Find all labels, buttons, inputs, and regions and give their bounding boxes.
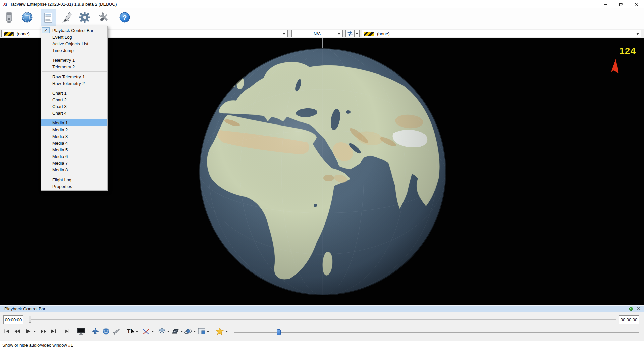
menu-item-label: Playback Control Bar <box>52 28 93 33</box>
menu-item-chart-3[interactable]: Chart 3 <box>41 103 107 110</box>
minimap-chevron-icon[interactable] <box>207 331 209 332</box>
skip-start-button[interactable] <box>3 327 11 336</box>
pin-panel-icon[interactable] <box>629 307 633 311</box>
menu-item-flight-log[interactable]: Flight Log <box>41 176 107 183</box>
menu-item-label: Media 5 <box>52 147 68 152</box>
terrain-menu-button[interactable] <box>171 327 180 336</box>
menu-item-media-1[interactable]: Media 1 <box>41 119 107 126</box>
play-options-chevron-icon[interactable] <box>33 331 36 332</box>
swap-objects-button[interactable] <box>345 30 355 37</box>
menu-item-media-5[interactable]: Media 5 <box>41 146 107 153</box>
menu-item-media-2[interactable]: Media 2 <box>41 126 107 133</box>
menu-check-spacer <box>42 41 50 47</box>
menu-item-media-7[interactable]: Media 7 <box>41 160 107 166</box>
playback-panel-body: 00:00:00 00:00:00 <box>0 312 644 341</box>
menu-item-label: Active Objects List <box>52 41 88 46</box>
aircraft-toggle-button[interactable] <box>91 327 100 336</box>
menu-item-properties[interactable]: Properties <box>41 183 107 190</box>
menu-item-raw-telemetry-1[interactable]: Raw Telemetry 1 <box>41 73 107 80</box>
menu-item-media-6[interactable]: Media 6 <box>41 153 107 160</box>
close-panel-icon[interactable] <box>636 307 641 311</box>
minimize-button[interactable] <box>598 0 613 8</box>
menu-item-chart-2[interactable]: Chart 2 <box>41 96 107 103</box>
labels-menu-button[interactable]: T <box>126 327 135 336</box>
north-arrow-icon <box>610 58 621 75</box>
labels-chevron-icon[interactable] <box>136 331 138 332</box>
step-forward-button[interactable] <box>63 327 71 336</box>
bookmark-button[interactable] <box>215 327 224 336</box>
menu-item-playback-control-bar[interactable]: ✓Playback Control Bar <box>41 27 107 34</box>
skip-end-icon <box>50 328 57 334</box>
earth-globe <box>199 48 447 296</box>
menu-item-label: Raw Telemetry 2 <box>52 81 85 86</box>
orbit-chevron-icon[interactable] <box>193 331 196 332</box>
menu-check-spacer <box>42 97 50 103</box>
menu-item-media-3[interactable]: Media 3 <box>41 133 107 140</box>
layers-menu-button[interactable] <box>158 327 166 336</box>
menu-item-event-log[interactable]: Event Log <box>41 34 107 40</box>
online-button[interactable] <box>19 9 35 26</box>
menu-item-label: Flight Log <box>52 177 71 182</box>
seek-slider-handle[interactable] <box>277 329 281 335</box>
menu-item-telemetry-2[interactable]: Telemetry 2 <box>41 63 107 70</box>
chevron-down-icon <box>283 33 285 35</box>
menu-item-label: Media 7 <box>52 161 68 166</box>
advanced-tools-button[interactable] <box>96 9 112 26</box>
time-slider-handle[interactable] <box>29 316 31 323</box>
flight-recorder-button[interactable] <box>60 9 75 26</box>
swap-options-button[interactable] <box>354 30 360 37</box>
fast-forward-icon <box>40 328 47 334</box>
menu-separator <box>42 118 107 118</box>
vectors-menu-button[interactable] <box>142 327 151 336</box>
monitor-toggle-button[interactable] <box>76 327 85 336</box>
restore-button[interactable] <box>613 0 629 8</box>
menu-item-raw-telemetry-2[interactable]: Raw Telemetry 2 <box>41 80 107 87</box>
menu-check-spacer <box>42 120 50 126</box>
windows-menu-icon <box>42 11 55 24</box>
menu-item-label: Event Log <box>52 35 72 40</box>
orbit-menu-button[interactable] <box>184 327 193 336</box>
menu-item-label: Raw Telemetry 1 <box>52 74 85 79</box>
menu-item-chart-1[interactable]: Chart 1 <box>41 90 107 96</box>
close-button[interactable] <box>629 0 644 8</box>
orbit-icon <box>184 327 193 336</box>
menu-item-telemetry-1[interactable]: Telemetry 1 <box>41 57 107 63</box>
globe-toggle-button[interactable] <box>102 327 110 336</box>
play-button[interactable] <box>23 327 32 336</box>
svg-text:T: T <box>127 328 131 335</box>
star-icon <box>215 327 224 336</box>
aircraft-icon <box>91 327 100 336</box>
minimap-menu-button[interactable] <box>197 327 206 336</box>
menu-item-media-4[interactable]: Media 4 <box>41 140 107 146</box>
telemetry-mode-combo[interactable]: N/A <box>291 30 343 37</box>
menu-item-label: Properties <box>52 184 72 189</box>
import-button[interactable] <box>2 9 17 26</box>
menu-item-label: Telemetry 1 <box>52 58 75 63</box>
help-button[interactable]: ? <box>117 9 132 26</box>
menu-item-active-objects-list[interactable]: Active Objects List <box>41 40 107 47</box>
terrain-chevron-icon[interactable] <box>180 331 183 332</box>
time-slider-track[interactable] <box>30 319 616 320</box>
secondary-object-combo[interactable]: (none) <box>362 30 641 37</box>
menu-separator <box>42 71 107 72</box>
checkmark-icon: ✓ <box>42 27 50 33</box>
playback-panel-header[interactable]: Playback Control Bar <box>0 305 644 312</box>
rewind-button[interactable] <box>13 327 21 336</box>
layers-chevron-icon[interactable] <box>167 331 170 332</box>
globe-axis-line <box>322 38 323 48</box>
menu-item-media-8[interactable]: Media 8 <box>41 166 107 173</box>
menu-item-time-jump[interactable]: Time Jump <box>41 47 107 54</box>
bookmark-chevron-icon[interactable] <box>225 331 228 332</box>
fast-forward-button[interactable] <box>39 327 48 336</box>
layers-icon <box>158 327 166 336</box>
status-text: Show or hide audio/video window #1 <box>2 343 73 348</box>
windows-menu-button[interactable] <box>41 9 56 26</box>
settings-button[interactable] <box>77 9 92 26</box>
skip-end-button[interactable] <box>49 327 58 336</box>
seek-slider-track[interactable] <box>234 332 639 333</box>
missile-toggle-button[interactable] <box>112 327 121 336</box>
menu-item-chart-4[interactable]: Chart 4 <box>41 110 107 116</box>
compass-heading-readout: 124 <box>619 46 636 56</box>
vectors-chevron-icon[interactable] <box>151 331 154 332</box>
menu-item-label: Chart 4 <box>52 111 67 116</box>
